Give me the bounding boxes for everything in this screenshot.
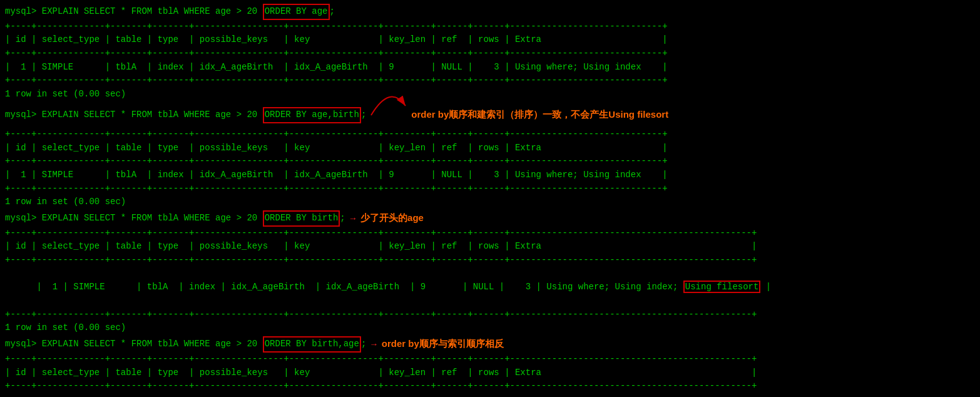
- s2-row: | 1 | SIMPLE | tblA | index | idx_A_ageB…: [5, 168, 668, 182]
- cmd3-pre: mysql> EXPLAIN SELECT * FROM tblA WHERE …: [5, 212, 263, 225]
- s3-row-pre: | 1 | SIMPLE | tblA | index | idx_A_ageB…: [36, 282, 683, 292]
- section-1: mysql> EXPLAIN SELECT * FROM tblA WHERE …: [5, 4, 975, 101]
- s4-divider-mid: +----+-------------+-------+-------+----…: [5, 379, 975, 393]
- section-2: mysql> EXPLAIN SELECT * FROM tblA WHERE …: [5, 103, 975, 209]
- cmd4-post: ;: [361, 338, 366, 351]
- s3-divider-bot: +----+-------------+-------+-------+----…: [5, 308, 975, 322]
- s3-row: | 1 | SIMPLE | tblA | index | idx_A_ageB…: [5, 267, 975, 308]
- s3-row-post: |: [760, 282, 771, 292]
- cmd1-highlight: ORDER BY age: [263, 4, 330, 20]
- cmd3-highlight: ORDER BY birth: [263, 210, 340, 227]
- s3-header: | id | select_type | table | type | poss…: [5, 240, 975, 254]
- section-4: mysql> EXPLAIN SELECT * FROM tblA WHERE …: [5, 336, 975, 397]
- s2-result: 1 row in set (0.00 sec): [5, 195, 668, 209]
- cmd1-pre: mysql> EXPLAIN SELECT * FROM tblA WHERE …: [5, 5, 263, 19]
- arrow-3: →: [350, 214, 355, 224]
- cmd4-pre: mysql> EXPLAIN SELECT * FROM tblA WHERE …: [5, 338, 263, 351]
- s2-divider-mid: +----+-------------+-------+-------+----…: [5, 155, 668, 168]
- s1-divider-mid: +----+-------------+-------+-------+----…: [5, 47, 975, 61]
- s2-divider-top: +----+-------------+-------+-------+----…: [5, 128, 668, 142]
- annotation-2: order by顺序和建索引（排序）一致，不会产生Using filesort: [411, 109, 668, 121]
- s2-header: | id | select_type | table | type | poss…: [5, 142, 668, 155]
- s3-divider-top: +----+-------------+-------+-------+----…: [5, 227, 975, 240]
- s1-divider-top: +----+-------------+-------+-------+----…: [5, 20, 975, 34]
- s2-divider-bot: +----+-------------+-------+-------+----…: [5, 182, 668, 196]
- s1-divider-bot: +----+-------------+-------+-------+----…: [5, 74, 975, 88]
- s3-filesort: Using filesort: [683, 281, 761, 293]
- cmd2-post: ;: [361, 108, 366, 122]
- terminal-window: mysql> EXPLAIN SELECT * FROM tblA WHERE …: [5, 4, 975, 397]
- annotation-3: 少了开头的age: [360, 212, 424, 224]
- s3-divider-mid: +----+-------------+-------+-------+----…: [5, 254, 975, 267]
- s1-result: 1 row in set (0.00 sec): [5, 88, 975, 101]
- s1-row: | 1 | SIMPLE | tblA | index | idx_A_ageB…: [5, 61, 975, 75]
- arrow-1-svg: [371, 103, 409, 128]
- arrow-4: →: [371, 339, 376, 349]
- s4-divider-top: +----+-------------+-------+-------+----…: [5, 353, 975, 366]
- cmd4-highlight: ORDER BY birth,age: [263, 336, 361, 353]
- cmd1-post: ;: [330, 5, 335, 19]
- cmd2-pre: mysql> EXPLAIN SELECT * FROM tblA WHERE …: [5, 108, 263, 122]
- annotation-4: order by顺序与索引顺序相反: [382, 338, 504, 350]
- s4-row: | 1 | SIMPLE | tblA | index | idx_A_ageB…: [5, 393, 975, 397]
- cmd3-post: ;: [340, 212, 345, 225]
- s1-header: | id | select_type | table | type | poss…: [5, 33, 975, 47]
- s3-result: 1 row in set (0.00 sec): [5, 321, 975, 335]
- section-3: mysql> EXPLAIN SELECT * FROM tblA WHERE …: [5, 210, 975, 335]
- s4-header: | id | select_type | table | type | poss…: [5, 366, 975, 380]
- cmd2-highlight: ORDER BY age,birth: [263, 107, 361, 123]
